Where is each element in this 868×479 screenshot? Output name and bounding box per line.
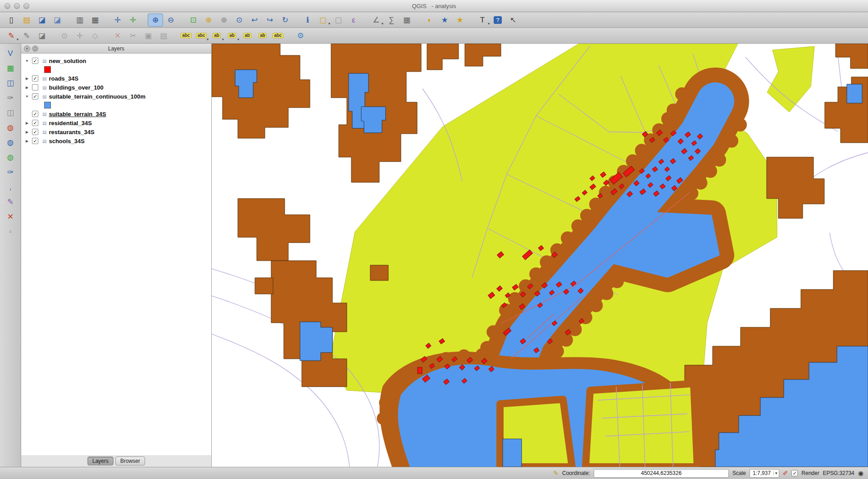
expander-icon[interactable]: ▼ [24,95,30,99]
coordinate-input[interactable] [594,469,729,478]
current-edits[interactable]: ✎▾ [4,29,19,42]
layer-visibility-checkbox[interactable]: ✓ [32,58,38,64]
zoom-actual-size[interactable]: ⊙ [232,14,247,27]
layer-symbol-swatch[interactable] [44,102,51,108]
add-spatialite-layer[interactable]: ✑ [3,91,18,104]
layer-symbol-swatch[interactable] [44,66,51,73]
identify-features[interactable]: ℹ [300,14,315,27]
add-wfs-layer[interactable]: ✑ [3,165,18,179]
refresh-map[interactable]: ↻ [277,14,293,27]
paste-features[interactable]: ▤ [156,29,171,42]
measure[interactable]: ∠▾ [368,14,384,27]
layer-name[interactable]: residential_34S [49,120,91,127]
map-overview-placeholder[interactable]: ▫ [3,225,18,238]
remove-layer[interactable]: ✕ [3,210,18,223]
panel-close-icon[interactable]: × [24,45,30,52]
pin-labels[interactable]: ab▾ [209,29,224,42]
zoom-to-layer[interactable]: ⊕ [216,14,232,27]
pan-map[interactable]: ✛ [110,14,125,27]
add-wcs-layer[interactable]: ◍ [3,150,18,164]
composer-manager[interactable]: ▦ [87,14,103,27]
layer-visibility-checkbox[interactable]: ✓ [32,75,38,81]
expander-icon[interactable]: ▶ [24,77,30,81]
new-shapefile-layer[interactable]: ✎ [3,195,18,208]
layer-item-new_solution[interactable]: ▼✓▤new_solution [21,56,211,65]
add-postgis-layer[interactable]: ◫ [3,76,18,90]
tab-browser[interactable]: Browser [115,456,145,465]
expander-icon[interactable]: ▼ [24,59,30,63]
copy-features[interactable]: ▣ [141,29,156,42]
new-print-composer[interactable]: ▥ [72,14,87,27]
add-feature[interactable]: ⊙ [57,29,72,42]
zoom-window-button[interactable] [23,3,29,9]
add-delimited-text-layer[interactable]: , [3,180,18,194]
select-features[interactable]: ▢▾ [315,14,331,27]
layer-name[interactable]: roads_34S [49,75,78,82]
highlight-pinned-labels[interactable]: abc [178,29,194,42]
move-feature[interactable]: ✛ [72,29,87,42]
zoom-full-extent[interactable]: ⊡ [186,14,201,27]
rotate-label[interactable]: ab [255,29,270,42]
map-tips[interactable]: ◗ [422,14,437,27]
statistical-summary[interactable]: ∑ [384,14,399,27]
layer-item-roads_34S[interactable]: ▶✓▤roads_34S [21,74,211,83]
save-layer-edits[interactable]: ◪ [34,29,50,42]
expander-icon[interactable]: ▶ [24,86,30,90]
layer-visibility-checkbox[interactable]: ✓ [32,129,38,135]
close-button[interactable] [5,3,10,9]
zoom-next[interactable]: ↪ [262,14,277,27]
save-project[interactable]: ◪ [34,14,50,27]
layer-item-suitable_terrain_34S[interactable]: ✓▤suitable_terrain_34S [21,109,211,118]
deselect-features[interactable]: ▢ [331,14,346,27]
chevron-down-icon[interactable]: ▾ [773,471,779,475]
cut-features[interactable]: ✂ [125,29,141,42]
show-hide-labels[interactable]: ab▾ [224,29,240,42]
log-messages-icon[interactable]: ✎ [553,470,559,477]
help-contents[interactable]: ? [490,14,505,27]
panel-float-icon[interactable]: ◻ [32,45,38,52]
tab-layers[interactable]: Layers [87,456,114,465]
layer-item-schools_34S[interactable]: ▶✓▤schools_34S [21,136,211,145]
zoom-out[interactable]: ⊖ [163,14,178,27]
expander-icon[interactable]: ▶ [24,130,30,134]
layer-name[interactable]: suitable_terrain_continuous_100m [49,93,145,100]
scale-combo[interactable]: 1:7,937 ▾ [750,469,779,478]
add-wms-layer[interactable]: ◍ [3,136,18,149]
zoom-in[interactable]: ⊕ [148,14,163,27]
layer-name[interactable]: schools_34S [49,138,85,145]
text-annotation[interactable]: T▾ [475,14,490,27]
save-project-as[interactable]: ◪ [50,14,65,27]
new-bookmark[interactable]: ★ [437,14,452,27]
add-oracle-layer[interactable]: ◍ [3,121,18,134]
layer-name[interactable]: restaurants_34S [49,129,94,136]
add-mssql-layer[interactable]: ◫ [3,106,18,119]
layer-visibility-checkbox[interactable]: ✓ [32,138,38,144]
label-options[interactable]: abc▾ [194,29,209,42]
pan-to-selection[interactable]: ✛ [125,14,141,27]
layer-visibility-checkbox[interactable] [32,84,38,90]
node-tool[interactable]: ◇ [87,29,103,42]
minimize-button[interactable] [14,3,20,9]
render-brush-icon[interactable]: ✐ [783,470,788,477]
layer-item-buildings_over_100[interactable]: ▶▤buildings_over_100 [21,83,211,92]
layer-visibility-checkbox[interactable]: ✓ [32,120,38,126]
layer-name[interactable]: suitable_terrain_34S [49,111,106,117]
open-project[interactable]: ▤ [19,14,34,27]
toggle-editing[interactable]: ✎ [19,29,34,42]
crs-globe-icon[interactable]: ◉ [858,470,863,477]
change-label[interactable]: abc [270,29,286,42]
layer-visibility-checkbox[interactable]: ✓ [32,111,38,117]
layer-visibility-checkbox[interactable]: ✓ [32,93,38,99]
expander-icon[interactable]: ▶ [24,121,30,125]
layer-item-restaurants_34S[interactable]: ▶✓▤restaurants_34S [21,127,211,136]
layer-name[interactable]: buildings_over_100 [49,84,103,91]
zoom-to-selection[interactable]: ⊕ [201,14,216,27]
add-vector-layer[interactable]: V [3,46,18,60]
new-project[interactable]: ▯ [4,14,19,27]
layer-name[interactable]: new_solution [49,58,86,64]
expander-icon[interactable]: ▶ [24,139,30,143]
zoom-last[interactable]: ↩ [247,14,262,27]
processing-toolbox[interactable]: ⚙ [293,29,308,42]
layer-item-residential_34S[interactable]: ▶✓▤residential_34S [21,118,211,127]
render-checkbox[interactable]: ✓ [791,470,798,476]
